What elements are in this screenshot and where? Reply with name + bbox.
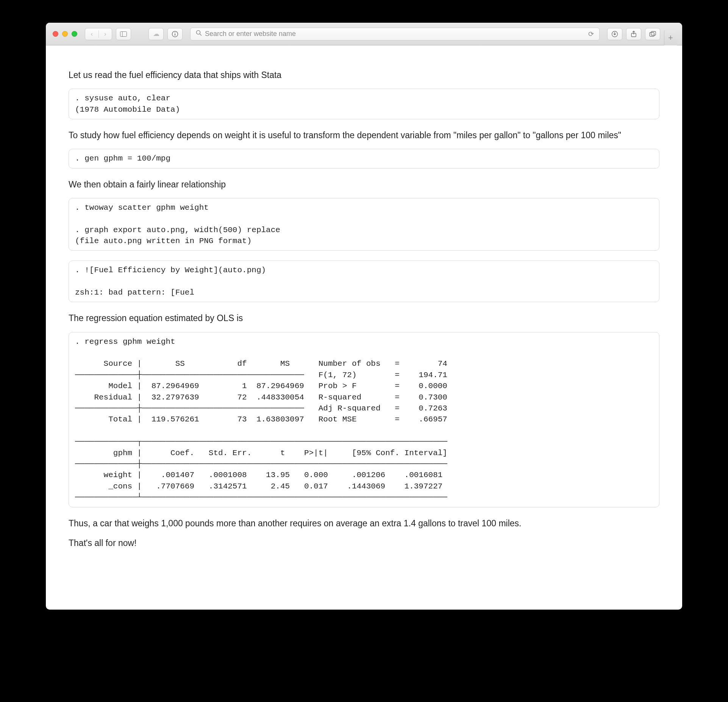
paragraph: To study how fuel efficiency depends on … (69, 129, 659, 141)
paragraph: Let us read the fuel efficiency data tha… (69, 69, 659, 81)
share-button[interactable] (626, 28, 641, 40)
window-controls (53, 31, 77, 37)
back-icon[interactable]: ‹ (85, 30, 99, 38)
address-placeholder: Search or enter website name (205, 30, 588, 38)
shield-info-icon (172, 31, 178, 37)
code-block: . ![Fuel Efficiency by Weight](auto.png)… (69, 261, 659, 302)
page-content: Let us read the fuel efficiency data tha… (46, 45, 682, 610)
browser-window: ‹ › ☁ Search or enter website name ⟳ (46, 23, 682, 610)
nav-back-forward[interactable]: ‹ › (85, 28, 112, 40)
share-icon (631, 31, 637, 37)
browser-toolbar: ‹ › ☁ Search or enter website name ⟳ (46, 23, 682, 45)
fullscreen-window-button[interactable] (72, 31, 77, 37)
svg-rect-4 (175, 34, 175, 36)
close-window-button[interactable] (53, 31, 58, 37)
svg-rect-0 (120, 31, 127, 36)
svg-point-3 (175, 32, 175, 33)
sidebar-toggle-button[interactable] (116, 28, 131, 40)
code-block: . gen gphm = 100/mpg (69, 149, 659, 168)
cloud-icon: ☁ (153, 30, 159, 38)
svg-rect-10 (651, 31, 656, 35)
paragraph: The regression equation estimated by OLS… (69, 312, 659, 324)
downloads-button[interactable] (607, 28, 622, 40)
paragraph: That's all for now! (69, 537, 659, 549)
paragraph: Thus, a car that weighs 1,000 pounds mor… (69, 517, 659, 529)
reader-button[interactable]: ☁ (148, 28, 164, 40)
privacy-report-button[interactable] (167, 28, 183, 40)
sidebar-icon (120, 31, 127, 37)
search-icon (196, 30, 202, 38)
download-icon (611, 31, 618, 37)
reload-icon[interactable]: ⟳ (588, 30, 594, 38)
tabs-icon (649, 31, 656, 37)
svg-point-5 (197, 31, 200, 34)
forward-icon[interactable]: › (99, 30, 112, 38)
tabs-button[interactable] (645, 28, 660, 40)
svg-rect-9 (650, 33, 654, 36)
new-tab-button[interactable]: + (664, 30, 677, 45)
minimize-window-button[interactable] (62, 31, 68, 37)
paragraph: We then obtain a fairly linear relations… (69, 178, 659, 190)
code-block: . twoway scatter gphm weight . graph exp… (69, 198, 659, 251)
address-bar[interactable]: Search or enter website name ⟳ (190, 28, 600, 41)
code-block: . sysuse auto, clear (1978 Automobile Da… (69, 89, 659, 119)
svg-line-6 (200, 34, 202, 36)
code-block: . regress gphm weight Source | SS df MS … (69, 332, 659, 507)
